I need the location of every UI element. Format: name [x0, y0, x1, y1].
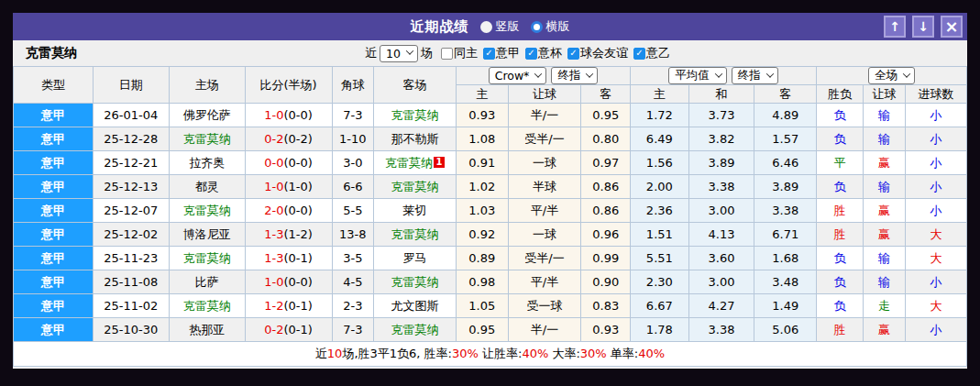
- cell-home-team: 克雷莫纳: [169, 199, 245, 223]
- checkbox-icon[interactable]: ✓: [567, 48, 579, 60]
- fulltime-score: 1-0: [264, 108, 283, 122]
- cell-handicap-line: 半/一: [508, 104, 581, 127]
- cell-away-team: 克雷莫纳: [374, 318, 457, 342]
- radio-horizontal-layout[interactable]: 横版: [531, 18, 570, 35]
- cell-league-type[interactable]: 意甲: [14, 294, 94, 318]
- stat-segment: 40%: [638, 347, 665, 360]
- checkbox-icon[interactable]: ✓: [633, 48, 645, 60]
- cell-league-type[interactable]: 意甲: [14, 104, 94, 127]
- cell-avg-draw: 3.38: [688, 175, 754, 199]
- checkbox-icon[interactable]: ✓: [525, 48, 537, 60]
- average-select[interactable]: 平均值: [668, 67, 727, 84]
- cell-handicap-home-odds: 0.93: [457, 104, 509, 127]
- cell-league-type[interactable]: 意甲: [14, 223, 94, 247]
- cell-away-team: 那不勒斯: [374, 127, 457, 151]
- cell-league-type[interactable]: 意甲: [14, 199, 94, 223]
- subheader-result-wdl: 胜负: [817, 85, 864, 104]
- cell-handicap-away-odds: 0.86: [581, 199, 631, 223]
- col-header-type: 类型: [14, 67, 94, 104]
- match-count-select[interactable]: 10: [380, 45, 418, 62]
- cell-result-wdl: 负: [817, 247, 864, 270]
- close-button[interactable]: ×: [941, 16, 963, 38]
- cell-league-type[interactable]: 意甲: [14, 175, 94, 199]
- cell-handicap-home-odds: 1.05: [457, 294, 509, 318]
- cell-away-team: 莱切: [374, 199, 457, 223]
- cell-league-type[interactable]: 意甲: [14, 247, 94, 270]
- cell-avg-away: 5.06: [754, 318, 817, 342]
- cell-avg-away: 6.46: [754, 151, 817, 175]
- match-row: 意甲25-12-28克雷莫纳0-2(0-2)1-10那不勒斯1.08受半/一0.…: [14, 127, 967, 151]
- bookmaker-select-value: Crow*: [495, 69, 530, 83]
- near-label: 近: [365, 45, 377, 61]
- cell-result-handicap: 赢: [863, 151, 905, 175]
- cell-handicap-home-odds: 0.92: [457, 223, 509, 247]
- cell-league-type[interactable]: 意甲: [14, 127, 94, 151]
- move-up-button[interactable]: ↑: [884, 16, 906, 38]
- match-row: 意甲25-11-23克雷莫纳1-3(0-1)3-5罗马0.89受半/一0.995…: [14, 247, 967, 270]
- cell-result-handicap: 赢: [863, 199, 905, 223]
- matches-label: 场: [421, 45, 433, 61]
- title-bar: 近期战绩 竖版 横版 ↑ ↓ ×: [13, 13, 967, 40]
- average-stage-select[interactable]: 终指: [732, 67, 778, 84]
- checkbox-label: 同主: [454, 45, 478, 61]
- away-team-name: 克雷莫纳: [391, 180, 439, 193]
- match-row: 意甲25-10-30热那亚0-2(0-1)7-3克雷莫纳0.95半/一0.931…: [14, 318, 967, 342]
- halftime-score: (0-1): [284, 299, 313, 313]
- cell-avg-draw: 3.73: [688, 104, 754, 127]
- fulltime-score: 0-2: [264, 132, 283, 146]
- cell-score: 0-0(0-0): [245, 151, 332, 175]
- cell-handicap-home-odds: 0.91: [457, 151, 509, 175]
- cell-avg-draw: 3.00: [688, 270, 754, 294]
- cell-avg-away: 3.48: [754, 270, 817, 294]
- radio-vertical-layout[interactable]: 竖版: [480, 18, 520, 35]
- cell-handicap-line: 一球: [508, 223, 581, 247]
- checkbox-label: 意杯: [538, 45, 562, 61]
- cell-handicap-away-odds: 0.90: [581, 270, 631, 294]
- halftime-score: (0-1): [284, 251, 313, 265]
- cell-handicap-home-odds: 1.08: [457, 127, 509, 151]
- scope-select[interactable]: 全场: [868, 67, 915, 84]
- cell-league-type[interactable]: 意甲: [14, 318, 94, 342]
- filter-bar: 克雷莫纳 近 10 场 同主✓意甲✓意杯✓球会友谊✓意乙: [13, 40, 967, 66]
- away-team-name: 克雷莫纳: [391, 323, 439, 336]
- subheader-handicap-away: 客: [581, 85, 631, 104]
- cell-home-team: 拉齐奥: [169, 151, 245, 175]
- checkbox-icon[interactable]: [441, 48, 453, 60]
- cell-date: 25-10-30: [93, 318, 169, 342]
- cell-avg-home: 2.30: [631, 270, 689, 294]
- halftime-score: (1-2): [284, 227, 313, 241]
- down-arrow-icon: ↓: [918, 20, 929, 33]
- handicap-stage-select[interactable]: 终指: [551, 67, 598, 84]
- radio-horizontal-icon[interactable]: [531, 21, 543, 33]
- cell-league-type[interactable]: 意甲: [14, 270, 94, 294]
- fulltime-score: 1-0: [264, 180, 283, 193]
- cell-result-wdl: 负: [817, 127, 864, 151]
- cell-result-wdl: 平: [817, 151, 864, 175]
- bookmaker-select[interactable]: Crow*: [489, 67, 547, 84]
- cell-score: 1-0(0-0): [245, 270, 332, 294]
- cell-result-handicap: 赢: [863, 318, 905, 342]
- cell-corner: 1-10: [332, 127, 373, 151]
- cell-handicap-line: 受一球: [508, 294, 581, 318]
- cell-avg-away: 6.71: [754, 223, 817, 247]
- checkbox-icon[interactable]: ✓: [483, 48, 495, 60]
- cell-date: 26-01-04: [93, 104, 169, 127]
- cell-handicap-away-odds: 0.93: [581, 318, 631, 342]
- cell-avg-home: 2.00: [631, 175, 689, 199]
- cell-corner: 5-5: [332, 199, 373, 223]
- cell-score: 0-2(0-1): [245, 318, 332, 342]
- move-down-button[interactable]: ↓: [912, 16, 934, 38]
- away-team-name: 罗马: [403, 251, 427, 265]
- cell-result-wdl: 胜: [817, 199, 864, 223]
- team-name: 克雷莫纳: [26, 45, 77, 61]
- away-team-name: 尤文图斯: [391, 299, 439, 313]
- cell-result-handicap: 输: [863, 175, 905, 199]
- cell-avg-home: 1.72: [631, 104, 689, 127]
- cell-result-wdl: 胜: [817, 223, 864, 247]
- cell-league-type[interactable]: 意甲: [14, 151, 94, 175]
- radio-vertical-icon[interactable]: [480, 21, 492, 33]
- cell-score: 1-3(0-1): [245, 247, 332, 270]
- stat-segment: 大率:: [548, 347, 580, 360]
- match-row: 意甲25-12-21拉齐奥0-0(0-0)3-0克雷莫纳10.91一球0.971…: [14, 151, 967, 175]
- league-filter-checkboxes: 同主✓意甲✓意杯✓球会友谊✓意乙: [435, 45, 670, 61]
